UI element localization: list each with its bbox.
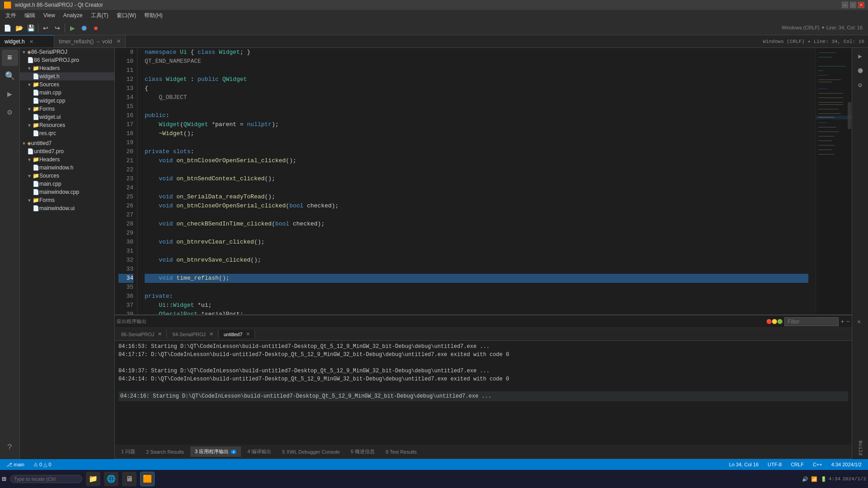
code-line-15 [145, 102, 808, 111]
tree-label-untitled7-pro: untitled7.pro [34, 148, 64, 155]
menu-help[interactable]: 帮助(H) [141, 11, 166, 20]
tree-item-widget-ui[interactable]: 📄 widget.ui [20, 113, 114, 121]
tree-item-sources[interactable]: ▼ 📁 Sources [20, 80, 114, 89]
tree-item-main-cpp[interactable]: 📄 main.cpp [20, 89, 114, 97]
tree-item-widget-cpp[interactable]: 📄 widget.cpp [20, 97, 114, 105]
file-icon: 📄 [33, 73, 39, 80]
build-session-close-86[interactable]: ✕ [158, 331, 162, 337]
tree-label-resources: Resources [39, 122, 65, 128]
build-session-close-untitled7[interactable]: ✕ [246, 331, 250, 337]
issue-tab-overview[interactable]: 6 概述信息 [346, 446, 379, 457]
file-icon: 📄 [27, 148, 34, 155]
filter-remove-icon[interactable]: − [846, 318, 850, 325]
tree-item-sources2[interactable]: ▼ 📁 Sources [20, 172, 114, 180]
title-bar-title: widget.h 86-SerialPROJ - Qt Creator [15, 2, 103, 8]
tree-item-forms2[interactable]: ▼ 📁 Forms [20, 196, 114, 204]
tree-item-mainwindow-cpp[interactable]: 📄 mainwindow.cpp [20, 188, 114, 196]
tree-item-pro[interactable]: 📄 86 SerialPROJ.pro [20, 56, 114, 64]
maximize-button[interactable]: □ [850, 2, 856, 8]
open-button[interactable]: 📂 [14, 23, 24, 33]
menu-analyze[interactable]: Analyze [60, 11, 86, 19]
tree-item-resources[interactable]: ▼ 📁 Resources [20, 121, 114, 129]
help-sidebar-icon[interactable]: ? [2, 439, 18, 455]
build-button[interactable]: ▶ [67, 23, 78, 33]
svg-rect-10 [818, 98, 843, 98]
tree-item-mainwindow-h[interactable]: 📄 mainwindow.h [20, 164, 114, 172]
code-line-9: namespace Ui { class Widget; } [145, 48, 808, 57]
build-session-tab-94[interactable]: 94-SerialPROJ ✕ [168, 330, 218, 338]
arrow-icon: ▼ [22, 50, 26, 55]
undo-button[interactable]: ↩ [40, 23, 51, 33]
taskbar-app-qtcreator[interactable]: 🟧 [140, 472, 155, 486]
taskbar-app-terminal[interactable]: 🖥 [122, 472, 137, 486]
taskbar-app-explorer[interactable]: 📁 [86, 472, 100, 486]
build-line-3 [118, 359, 848, 367]
tab-timer-reflash[interactable]: timer_reflash() → void ✕ [54, 35, 126, 47]
menu-window[interactable]: 窗口(W) [113, 11, 140, 20]
redo-button[interactable]: ↪ [52, 23, 63, 33]
tab-timer-reflash-close[interactable]: ✕ [117, 38, 121, 44]
save-button[interactable]: 💾 [25, 23, 36, 33]
start-button[interactable]: ⊞ [2, 474, 6, 483]
build-session-tab-untitled7[interactable]: untitled7 ✕ [219, 330, 255, 338]
run-debug-sidebar-icon[interactable]: ▶ [2, 86, 18, 102]
app-icon: 🟧 [4, 1, 11, 9]
tree-item-widget-h[interactable]: 📄 widget.h [20, 72, 114, 80]
content-area: ≡ 🔍 ▶ ⚙ ? ▼ ◈ 86-SerialPROJ 📄 86 SerialP… [0, 48, 868, 459]
issue-tab-search[interactable]: 2 Search Results [142, 447, 189, 456]
issue-tab-compile[interactable]: 4 编译输出 [243, 446, 276, 457]
arrow-icon: ▼ [27, 157, 32, 162]
debug-button[interactable]: ⬣ [79, 23, 90, 33]
code-line-19 [145, 138, 808, 147]
settings-sidebar-icon[interactable]: ⚙ [2, 104, 18, 120]
build-output: 04:16:53: Starting D:\QT\CodeInLesson\bu… [115, 341, 852, 445]
new-file-button[interactable]: 📄 [2, 23, 13, 33]
search-taskbar[interactable] [10, 475, 82, 483]
build-session-close-94[interactable]: ✕ [209, 331, 213, 337]
menu-view[interactable]: View [40, 11, 59, 19]
tree-item-headers2[interactable]: ▼ 📁 Headers [20, 155, 114, 164]
build-line-7: 04:24:16: Starting D:\QT\CodeInLesson\bu… [118, 391, 848, 401]
stop-button[interactable]: ■ [90, 23, 101, 33]
folder-icon: 📁 [33, 122, 39, 128]
line-numbers: 9 10 11 12 13 14 15 16 17 18 19 20 21 22… [115, 48, 137, 314]
file-explorer-icon[interactable]: ≡ [2, 50, 18, 66]
tree-item-res-qrc[interactable]: 📄 res.qrc [20, 129, 114, 137]
minimize-button[interactable]: ─ [842, 2, 848, 8]
build-session-tab-86[interactable]: 86-SerialPROJ ✕ [117, 330, 167, 338]
status-line-col[interactable]: Ln 34, Col 16 [726, 462, 761, 467]
issue-tab-problems[interactable]: 1 问题 [117, 446, 140, 457]
code-line-30: void on_btnrevClear_clicked(); [145, 238, 808, 247]
filter-input[interactable] [784, 317, 839, 326]
tray-icons: 🔊 📶 🔋 [802, 476, 827, 482]
run-button-right[interactable]: ▶ [854, 50, 867, 62]
tree-item-forms[interactable]: ▼ 📁 Forms [20, 105, 114, 113]
taskbar-search-input[interactable] [10, 475, 82, 483]
code-content[interactable]: namespace Ui { class Widget; } QT_END_NA… [137, 48, 816, 314]
search-sidebar-icon[interactable]: 🔍 [2, 68, 18, 84]
profile-button-right[interactable]: ⚙ [854, 79, 867, 91]
taskbar-app-browser[interactable]: 🌐 [104, 472, 118, 486]
tree-item-86serialproj[interactable]: ▼ ◈ 86-SerialPROJ [20, 48, 114, 56]
menu-tools[interactable]: 工具(T) [87, 11, 112, 20]
tree-item-main-cpp2[interactable]: 📄 main.cpp [20, 180, 114, 188]
tab-widget-h-close[interactable]: ✕ [29, 39, 33, 45]
status-eol[interactable]: CRLF [788, 462, 807, 467]
tree-item-untitled7-pro[interactable]: 📄 untitled7.pro [20, 147, 114, 155]
tree-item-headers[interactable]: ▼ 📁 Headers [20, 64, 114, 72]
menu-file[interactable]: 文件 [2, 11, 20, 20]
status-lang[interactable]: C++ [810, 462, 825, 467]
debug-button-right[interactable]: ⬣ [854, 64, 867, 77]
menu-edit[interactable]: 编辑 [21, 11, 39, 20]
issue-tab-debugger[interactable]: 5 XWL Debugger Console [278, 447, 344, 456]
tree-item-mainwindow-ui[interactable]: 📄 mainwindow.ui [20, 204, 114, 212]
close-button[interactable]: ✕ [858, 2, 864, 8]
filter-add-icon[interactable]: + [840, 318, 844, 325]
status-branch[interactable]: ⎇ main [4, 462, 27, 468]
issue-tab-testresults[interactable]: 8 Test Results [381, 447, 421, 456]
tree-item-untitled7[interactable]: ▼ ◈ untitled7 [20, 139, 114, 147]
status-errors[interactable]: ⚠ 0 △ 0 [31, 462, 54, 468]
issue-tab-appoutput[interactable]: 3 应用程序输出 4 [190, 446, 241, 457]
tab-widget-h[interactable]: widget.h ✕ [0, 35, 54, 47]
status-encoding[interactable]: UTF-8 [765, 462, 784, 467]
